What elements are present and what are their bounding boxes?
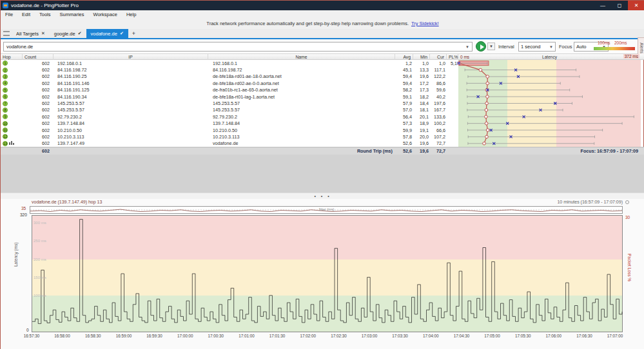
hop-number-badge: 7 <box>3 101 8 106</box>
time-tick-label: 17:06:00 <box>546 334 562 338</box>
hop-ip: 84.116.191.125 <box>54 87 208 93</box>
jitter-sparkline[interactable]: Jitter (ms) <box>30 206 623 214</box>
hop-row-9[interactable]: 960292.79.230.292.79.230.256,420,1133,6 <box>1 113 458 120</box>
menu-tools[interactable]: Tools <box>35 12 55 17</box>
col-min[interactable]: Min <box>413 54 430 60</box>
summary-count: 602 <box>23 148 54 154</box>
timeline-settings-icon[interactable] <box>625 200 629 204</box>
latency-timeline-plot[interactable]: 300 ms250 ms200 ms150 ms100 ms <box>32 215 623 332</box>
menu-help[interactable]: Help <box>122 12 141 17</box>
timeline-range-label: 10 minutes (16:57:09 - 17:07:09) <box>557 200 623 204</box>
panel-splitter[interactable]: • • • <box>1 193 644 199</box>
hop-name: de-bfe18a-rt01-lag-1.aorta.net <box>208 94 395 100</box>
time-tick-label: 17:01:30 <box>269 334 286 338</box>
target-value: vodafone.de <box>6 44 33 50</box>
focused-hop-chart-icon <box>9 140 14 146</box>
menu-bar: FileEditToolsSummariesWorkspaceHelp <box>1 10 644 18</box>
hop-name: 139.7.148.84 <box>208 120 395 126</box>
col-hop[interactable]: Hop <box>1 54 23 60</box>
hop-avg: 57,9 <box>395 100 413 106</box>
col-pl[interactable]: PL% <box>447 54 458 60</box>
minimize-button[interactable]: — <box>594 1 611 10</box>
col-avg[interactable]: Avg <box>395 54 413 60</box>
time-tick-label: 17:04:00 <box>423 334 439 338</box>
hop-min: 18,9 <box>413 120 430 126</box>
hop-ip: 84.116.190.34 <box>54 94 208 100</box>
hop-row-10[interactable]: 10602139.7.148.84139.7.148.8457,318,9100… <box>1 120 458 127</box>
col-ip[interactable]: IP <box>54 54 208 60</box>
menu-file[interactable]: File <box>1 12 17 17</box>
hop-pl: 5,1 <box>447 61 458 66</box>
new-target-tab-button[interactable]: + <box>128 30 139 38</box>
hop-min: 18,1 <box>413 107 430 113</box>
hop-ip: 84.116.191.146 <box>54 80 208 86</box>
summary-cur: 72,7 <box>430 148 447 154</box>
hop-name: 145.253.5.57 <box>208 107 395 113</box>
hop-row-5[interactable]: 560284.116.191.125de-fra01b-rc1-ae-65-0.… <box>1 87 458 93</box>
hop-row-7[interactable]: 7602145.253.5.57145.253.5.5757,918,4197,… <box>1 100 458 106</box>
start-trace-button[interactable] <box>476 41 486 52</box>
tab-check-icon[interactable]: ✔ <box>78 31 82 36</box>
col-cur[interactable]: Cur <box>430 54 447 60</box>
hop-cur: 100,2 <box>430 120 447 126</box>
y-axis-max: 320 <box>20 212 27 217</box>
close-button[interactable]: ✕ <box>628 1 644 10</box>
col-count[interactable]: Count <box>23 54 54 60</box>
menu-workspace[interactable]: Workspace <box>88 12 121 17</box>
hop-row-11[interactable]: 1160210.210.0.5010.210.0.5059,919,166,6 <box>1 127 458 133</box>
tab-list-icon[interactable] <box>3 31 10 36</box>
target-input[interactable]: vodafone.de ▼ <box>3 42 473 52</box>
trace-toolbar: vodafone.de ▼ ▼ Interval 1 second ▼ Focu… <box>1 39 644 54</box>
hop-cur: 66,6 <box>430 127 447 133</box>
col-name[interactable]: Name <box>208 54 395 60</box>
hop-ip: 84.116.190.25 <box>54 73 208 79</box>
time-tick-label: 17:02:30 <box>331 334 347 338</box>
menu-edit[interactable]: Edit <box>17 12 35 17</box>
time-tick-label: 17:01:00 <box>239 334 255 338</box>
hop-row-12[interactable]: 1260210.210.3.11310.210.3.11357,820,0107… <box>1 133 458 140</box>
tab-label: All Targets <box>16 31 39 37</box>
hop-cur: 122,2 <box>430 73 447 79</box>
hop-row-2[interactable]: 260284.116.198.7284.116.198.7245,113,311… <box>1 66 458 73</box>
hop-row-1[interactable]: 1602192.168.0.1192.168.0.11,21,01,05,1 <box>1 60 458 66</box>
hop-row-4[interactable]: 460284.116.191.146de-bfe18a-rd02-ae-0-0.… <box>1 80 458 86</box>
hop-min: 19,1 <box>413 127 430 133</box>
target-dropdown-icon[interactable]: ▼ <box>465 45 469 49</box>
hop-min: 18,2 <box>413 94 430 100</box>
tab-check-icon[interactable]: ✔ <box>120 31 124 36</box>
hop-ip: 139.7.148.84 <box>54 120 208 126</box>
time-tick-label: 16:57:30 <box>24 334 40 338</box>
interval-select[interactable]: 1 second ▼ <box>518 42 556 52</box>
hop-row-3[interactable]: 360284.116.190.25de-bfe18a-rd01-ae-18-0.… <box>1 73 458 80</box>
menu-summaries[interactable]: Summaries <box>55 12 89 17</box>
hop-row-13[interactable]: 13602139.7.147.49vodafone.de52,619,672,7 <box>1 140 458 147</box>
tab-google-de[interactable]: google.de✔ <box>50 29 86 38</box>
hop-count: 602 <box>23 61 54 66</box>
hop-min: 13,3 <box>413 67 430 73</box>
timeline-title: vodafone.de (139.7.147.49) hop 13 <box>32 200 102 204</box>
tab-all-targets[interactable]: All Targets✕ <box>12 29 50 38</box>
tab-close-icon[interactable]: ✕ <box>41 31 45 36</box>
hop-cur: 59,6 <box>430 87 447 93</box>
y-axis-title: Latency (ms) <box>14 242 18 267</box>
interval-value: 1 second <box>521 44 540 50</box>
tab-label: vodafone.de <box>91 31 117 37</box>
trace-options-dropdown[interactable]: ▼ <box>487 42 495 50</box>
time-tick-label: 17:02:00 <box>300 334 316 338</box>
tab-vodafone-de[interactable]: vodafone.de✔ <box>86 29 128 38</box>
hop-avg: 59,9 <box>395 127 413 133</box>
hop-count: 602 <box>23 114 54 120</box>
window-title: vodafone.de - PingPlotter Pro <box>11 3 79 8</box>
summary-avg: 52,6 <box>395 148 413 154</box>
try-sidekick-link[interactable]: Try Sidekick! <box>411 21 439 26</box>
hop-name: 92.79.230.2 <box>208 114 395 120</box>
hop-name: 145.253.5.57 <box>208 100 395 106</box>
maximize-button[interactable]: ◻ <box>611 1 628 10</box>
hop-row-8[interactable]: 8602145.253.5.57145.253.5.5757,018,1167,… <box>1 107 458 113</box>
hop-ip: 192.168.0.1 <box>54 61 208 66</box>
route-latency-graph[interactable] <box>458 60 641 147</box>
hop-row-6[interactable]: 660284.116.190.34de-bfe18a-rt01-lag-1.ao… <box>1 93 458 100</box>
latency-title: Latency <box>458 55 641 59</box>
y2-axis-title: Packet Loss % <box>627 254 632 281</box>
gridline-label: 300 ms <box>34 221 46 225</box>
